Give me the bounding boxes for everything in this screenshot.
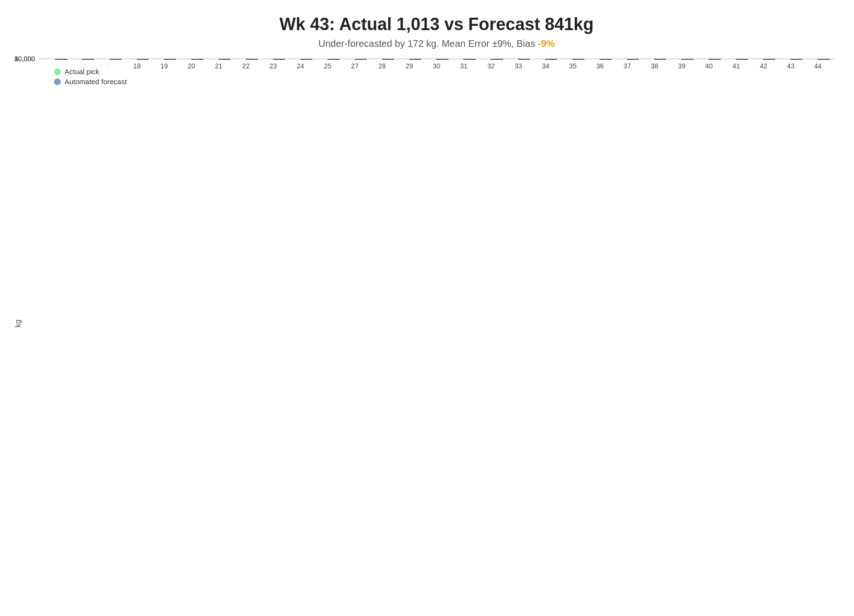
subtitle-prefix: Under-forecasted by 172 kg. Mean Error ±…	[318, 38, 538, 49]
x-tick-label: 34	[533, 62, 558, 70]
subtitle-bias: -9%	[538, 38, 555, 49]
x-tick-label: 27	[343, 62, 367, 70]
chart-container: Wk 43: Actual 1,013 vs Forecast 841kg Un…	[0, 0, 854, 616]
x-tick-label: 24	[288, 62, 313, 70]
x-tick-label: 30	[425, 62, 449, 70]
x-tick-label: 43	[778, 62, 803, 70]
chart-area: Actual pick Automated forecast 10,00020,…	[38, 59, 835, 59]
x-tick-label: 35	[560, 62, 585, 70]
x-labels: 1516171819202122232425272829303132333435…	[38, 62, 835, 70]
x-tick-label: 36	[588, 62, 612, 70]
y-axis-label: kg	[14, 319, 22, 328]
x-tick-label: 25	[316, 62, 340, 70]
x-tick-label: 20	[179, 62, 204, 70]
legend-forecast-label: Automated forecast	[65, 77, 127, 86]
x-tick-label: 42	[751, 62, 776, 70]
x-tick-label: 33	[506, 62, 530, 70]
legend-dot-actual	[54, 68, 61, 75]
x-tick-label: 22	[234, 62, 258, 70]
x-tick-label: 31	[452, 62, 476, 70]
x-tick-label: 37	[615, 62, 639, 70]
x-tick-label: 19	[152, 62, 176, 70]
legend-item-actual: Actual pick	[54, 67, 127, 76]
chart-subtitle: Under-forecasted by 172 kg. Mean Error ±…	[38, 38, 835, 49]
x-tick-label: 40	[697, 62, 721, 70]
x-tick-label: 41	[724, 62, 748, 70]
x-tick-label: 23	[261, 62, 285, 70]
x-tick-label: 32	[479, 62, 504, 70]
legend-item-forecast: Automated forecast	[54, 77, 127, 86]
legend: Actual pick Automated forecast	[48, 64, 132, 91]
x-tick-label: 21	[207, 62, 231, 70]
y-tick-label: 50,000	[14, 55, 35, 63]
legend-dot-forecast	[54, 78, 61, 85]
x-tick-label: 28	[370, 62, 394, 70]
x-tick-label: 44	[806, 62, 830, 70]
x-tick-label: 29	[397, 62, 422, 70]
x-tick-label: 38	[642, 62, 667, 70]
x-tick-label: 39	[669, 62, 694, 70]
chart-title: Wk 43: Actual 1,013 vs Forecast 841kg	[38, 14, 835, 34]
legend-actual-label: Actual pick	[65, 67, 99, 76]
chart-body: kg Actual pick Automated forecast 10,000…	[38, 59, 835, 587]
